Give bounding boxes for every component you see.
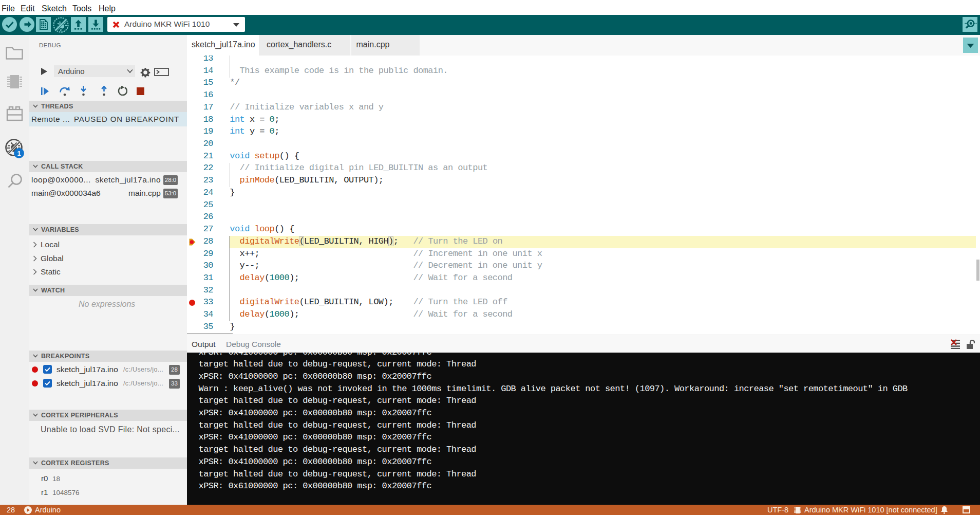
svg-text:1: 1 <box>17 150 21 157</box>
